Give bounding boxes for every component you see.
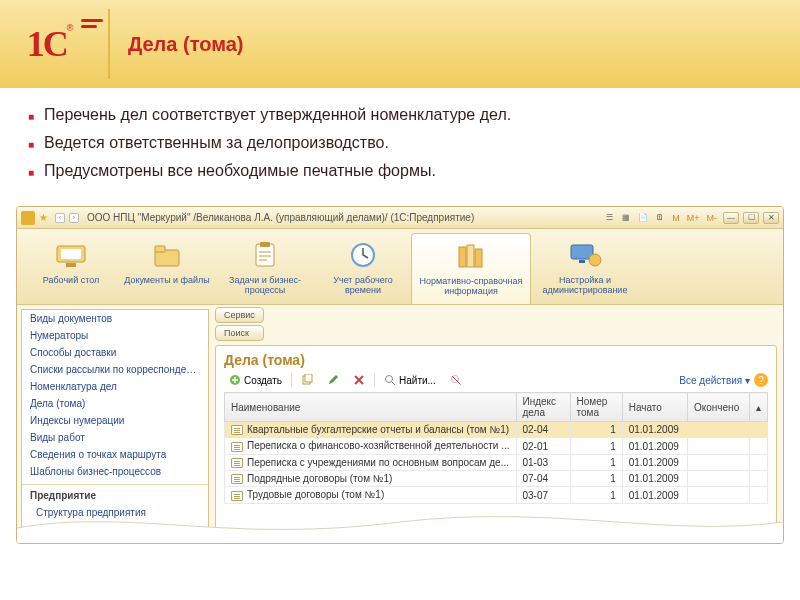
svg-point-13 [589,254,601,266]
sidebar-group-header: Предприятие [22,484,208,504]
grid-icon[interactable]: ▦ [619,212,633,224]
panel-title: Дела (тома) [224,352,768,368]
svg-rect-5 [256,244,274,266]
logo-1c: 1C® [0,0,100,88]
copy-button[interactable] [296,372,318,388]
file-icon [231,442,243,452]
col-name[interactable]: Наименование [225,393,517,422]
file-icon [231,474,243,484]
plus-icon [229,374,241,386]
sidebar-item[interactable]: Нумераторы [22,327,208,344]
monitor-gear-icon [567,237,603,273]
section-documents[interactable]: Документы и файлы [119,233,215,304]
clipboard-icon [247,237,283,273]
svg-rect-9 [467,245,474,267]
bullet-item: Предусмотрены все необходимые печатные ф… [28,162,772,180]
app-window: ★ ‹ › ООО НПЦ "Меркурий" /Великанова Л.А… [16,206,784,544]
search-icon [384,374,396,386]
section-desktop[interactable]: Рабочий стол [23,233,119,304]
app-icon [21,211,35,225]
sidebar-item[interactable]: Сведения о точках маршрута [22,446,208,463]
svg-point-17 [386,376,393,383]
find-label: Найти... [399,375,436,386]
calc-icon[interactable]: 📄 [636,212,650,224]
section-tasks[interactable]: Задачи и бизнес-процессы [215,233,315,304]
svg-rect-8 [459,247,466,267]
section-label: Задачи и бизнес-процессы [229,275,301,295]
section-label: Документы и файлы [124,275,210,285]
svg-rect-6 [260,242,270,247]
col-index[interactable]: Индекс дела [516,393,570,422]
table-row[interactable]: Переписка о финансово-хозяйственной деят… [225,438,768,454]
table-row[interactable]: Квартальные бухгалтерские отчеты и балан… [225,422,768,438]
section-admin[interactable]: Настройка и администрирование [531,233,639,304]
bullet-item: Ведется ответственным за делопроизводств… [28,134,772,152]
nav-back-button[interactable]: ‹ [55,213,65,223]
search-button[interactable]: Поиск [215,325,264,341]
favorites-icon[interactable]: ★ [39,212,51,224]
data-grid: Наименование Индекс дела Номер тома Нача… [224,392,768,504]
svg-rect-12 [579,260,585,263]
app-titlebar: ★ ‹ › ООО НПЦ "Меркурий" /Великанова Л.А… [17,207,783,229]
sidebar-item[interactable]: Номенклатура дел [22,378,208,395]
folder-icon [149,237,185,273]
nav-forward-button[interactable]: › [69,213,79,223]
create-button[interactable]: Создать [224,372,287,388]
help-icon[interactable]: ? [754,373,768,387]
table-row[interactable]: Трудовые договоры (том №1) 03-07101.01.2… [225,487,768,503]
font-mminus[interactable]: M- [705,213,720,223]
panel-toolbar: Создать Найти... Все действия ▾ ? [224,372,768,388]
col-end[interactable]: Окончено [687,393,749,422]
clock-icon [345,237,381,273]
sidebar: Виды документов Нумераторы Способы доста… [21,309,209,543]
section-label: Учет рабочего времени [333,275,393,295]
section-time[interactable]: Учет рабочего времени [315,233,411,304]
minimize-button[interactable]: — [723,212,739,224]
service-button[interactable]: Сервис [215,307,264,323]
slide-title: Дела (тома) [128,33,243,56]
maximize-button[interactable]: ☐ [743,212,759,224]
content-area: Сервис Поиск Дела (тома) Создать [209,305,783,543]
books-icon [453,238,489,274]
sidebar-item[interactable]: Списки рассылки по корреспондентам [22,361,208,378]
close-button[interactable]: ✕ [763,212,779,224]
find-button[interactable]: Найти... [379,372,441,388]
table-row[interactable]: Переписка с учреждениями по основным воп… [225,454,768,470]
font-m[interactable]: M [670,213,682,223]
calendar-icon[interactable]: 🗓 [653,212,667,224]
sidebar-item[interactable]: Структура предприятия [22,504,208,521]
create-label: Создать [244,375,282,386]
svg-rect-10 [475,249,482,267]
section-label: Нормативно-справочная информация [420,276,523,296]
delete-button[interactable] [348,372,370,388]
col-start[interactable]: Начато [622,393,687,422]
svg-rect-16 [305,374,312,382]
slide-header: 1C® Дела (тома) [0,0,800,88]
file-icon [231,425,243,435]
file-icon [231,491,243,501]
menu-icon[interactable]: ☰ [602,212,616,224]
bullet-item: Перечень дел соответствует утвержденной … [28,106,772,124]
sidebar-item[interactable]: Виды документов [22,310,208,327]
window-title: ООО НПЦ "Меркурий" /Великанова Л.А. (упр… [87,212,602,223]
header-divider [108,9,110,79]
sidebar-item[interactable]: Дела (тома) [22,395,208,412]
section-label: Настройка и администрирование [543,275,628,295]
edit-button[interactable] [322,372,344,388]
clear-find-button[interactable] [445,372,467,388]
all-actions-menu[interactable]: Все действия ▾ [679,375,750,386]
table-row[interactable]: Подрядные договоры (том №1) 07-04101.01.… [225,471,768,487]
panel-dela: Дела (тома) Создать Найти... [215,345,777,543]
slide-bullets: Перечень дел соответствует утвержденной … [0,88,800,200]
sidebar-item[interactable]: Способы доставки [22,344,208,361]
section-bar: Рабочий стол Документы и файлы Задачи и … [17,229,783,305]
sidebar-item[interactable]: Шаблоны бизнес-процессов [22,463,208,480]
font-mplus[interactable]: M+ [685,213,702,223]
section-reference[interactable]: Нормативно-справочная информация [411,233,531,304]
col-num[interactable]: Номер тома [570,393,622,422]
section-label: Рабочий стол [43,275,100,285]
sidebar-item[interactable]: Виды работ [22,429,208,446]
col-scroll: ▴ [749,393,767,422]
sidebar-item[interactable]: Индексы нумерации [22,412,208,429]
svg-rect-4 [155,246,165,252]
